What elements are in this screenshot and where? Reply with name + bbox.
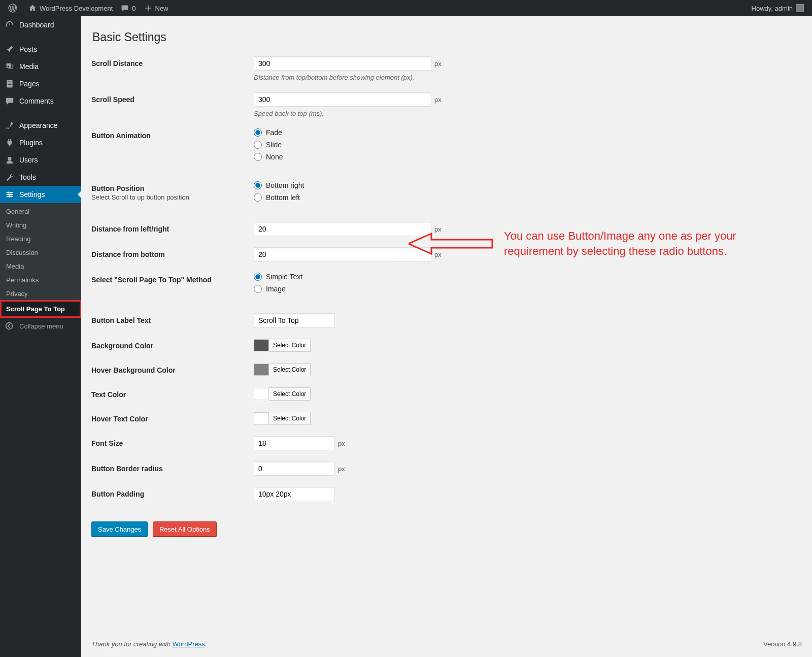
collapse-icon — [5, 322, 15, 330]
select-color-bg[interactable]: Select Color — [269, 339, 311, 352]
radio-animation-slide[interactable]: Slide — [254, 141, 802, 149]
sidebar-item-label: Media — [19, 62, 39, 71]
sub-item-reading[interactable]: Reading — [0, 232, 81, 246]
unit: px — [434, 96, 442, 104]
sidebar-item-label: Settings — [19, 190, 45, 199]
input-font-size[interactable] — [254, 436, 335, 450]
svg-rect-11 — [9, 195, 10, 198]
input-button-padding[interactable] — [254, 487, 335, 501]
svg-rect-1 — [7, 80, 13, 87]
user-icon — [5, 155, 15, 165]
settings-submenu: General Writing Reading Discussion Media… — [0, 203, 81, 318]
unit: px — [338, 440, 345, 447]
radio-input[interactable] — [254, 141, 262, 149]
unit: px — [434, 251, 442, 258]
select-color-text[interactable]: Select Color — [269, 387, 311, 401]
svg-point-12 — [6, 323, 13, 330]
input-scroll-speed[interactable] — [254, 92, 431, 107]
footer-version: Version 4.9.8 — [763, 640, 802, 648]
account-menu[interactable]: Howdy, admin — [748, 0, 808, 16]
comment-icon — [5, 96, 15, 106]
sub-item-general[interactable]: General — [0, 205, 81, 218]
radio-label: None — [266, 153, 283, 161]
label-text-color: Text Color — [91, 387, 254, 399]
input-button-label-text[interactable] — [254, 313, 335, 327]
radio-position-bottom-right[interactable]: Bottom right — [254, 181, 802, 189]
select-color-hover-text[interactable]: Select Color — [269, 412, 311, 425]
sidebar-item-label: Pages — [19, 80, 40, 88]
label-button-padding: Button Padding — [91, 487, 254, 498]
plus-icon — [144, 4, 152, 12]
plug-icon — [5, 138, 15, 147]
label-method: Select "Scroll Page To Top" Method — [91, 273, 254, 284]
sub-item-permalinks[interactable]: Permalinks — [0, 273, 81, 287]
sub-item-writing[interactable]: Writing — [0, 218, 81, 232]
admin-bar-right: Howdy, admin — [748, 0, 808, 16]
select-color-hover-bg[interactable]: Select Color — [269, 363, 311, 376]
radio-input[interactable] — [254, 128, 262, 137]
radio-animation-fade[interactable]: Fade — [254, 128, 802, 137]
site-name-label: WordPress Development — [40, 5, 113, 12]
radio-animation-none[interactable]: None — [254, 153, 802, 161]
sidebar-item-comments[interactable]: Comments — [0, 92, 81, 110]
radio-input[interactable] — [254, 273, 262, 281]
radio-input[interactable] — [254, 181, 262, 189]
radio-label: Image — [266, 285, 286, 293]
radio-input[interactable] — [254, 193, 262, 202]
media-icon — [5, 62, 15, 71]
sub-item-discussion[interactable]: Discussion — [0, 246, 81, 259]
sidebar-item-label: Appearance — [19, 121, 58, 129]
svg-rect-7 — [7, 194, 13, 195]
sidebar-item-tools[interactable]: Tools — [0, 169, 81, 186]
input-scroll-distance[interactable] — [254, 56, 431, 71]
howdy-label: Howdy, admin — [752, 5, 793, 12]
comments-count: 0 — [132, 5, 136, 12]
radio-method-image[interactable]: Image — [254, 285, 802, 293]
input-distance-lr[interactable] — [254, 222, 431, 236]
sub-item-media[interactable]: Media — [0, 259, 81, 273]
wrench-icon — [5, 173, 15, 182]
sidebar-item-users[interactable]: Users — [0, 151, 81, 169]
desc-scroll-distance: Distance from top/bottom before showing … — [254, 74, 802, 81]
radio-method-simple-text[interactable]: Simple Text — [254, 273, 802, 281]
collapse-menu[interactable]: Collapse menu — [0, 318, 81, 334]
brush-icon — [5, 121, 15, 130]
radio-label: Simple Text — [266, 273, 302, 281]
sub-item-scroll-page-to-top[interactable]: Scroll Page To Top — [0, 300, 81, 318]
wp-logo-menu[interactable] — [4, 0, 24, 16]
radio-position-bottom-left[interactable]: Bottom left — [254, 193, 802, 202]
radio-input[interactable] — [254, 285, 262, 293]
sidebar-item-appearance[interactable]: Appearance — [0, 117, 81, 134]
site-name-menu[interactable]: WordPress Development — [24, 0, 117, 16]
input-border-radius[interactable] — [254, 462, 335, 476]
sidebar-item-media[interactable]: Media — [0, 58, 81, 75]
admin-footer: Thank you for creating with WordPress. V… — [91, 631, 802, 657]
sidebar-item-settings[interactable]: Settings — [0, 186, 81, 203]
wordpress-icon — [8, 4, 17, 13]
sidebar-item-plugins[interactable]: Plugins — [0, 134, 81, 151]
new-content-menu[interactable]: New — [140, 0, 173, 16]
svg-rect-9 — [8, 192, 9, 194]
sidebar-item-pages[interactable]: Pages — [0, 75, 81, 92]
sidebar-item-label: Dashboard — [19, 21, 54, 29]
save-button[interactable]: Save Changes — [91, 521, 148, 537]
comment-icon — [121, 4, 129, 12]
sub-item-privacy[interactable]: Privacy — [0, 287, 81, 301]
label-distance-bottom: Distance from bottom — [91, 247, 254, 258]
radio-input[interactable] — [254, 153, 262, 161]
input-distance-bottom[interactable] — [254, 247, 431, 261]
avatar — [796, 4, 804, 12]
sidebar-item-dashboard[interactable]: Dashboard — [0, 16, 81, 34]
radio-label: Fade — [266, 128, 282, 137]
settings-icon — [5, 190, 15, 199]
sidebar-item-posts[interactable]: Posts — [0, 41, 81, 58]
unit: px — [338, 465, 345, 473]
label-border-radius: Button Border radius — [91, 462, 254, 473]
unit: px — [434, 60, 442, 68]
collapse-label: Collapse menu — [19, 322, 63, 330]
wordpress-link[interactable]: WordPress — [173, 640, 205, 648]
svg-point-5 — [8, 157, 11, 160]
sidebar-item-label: Posts — [19, 45, 37, 53]
reset-button[interactable]: Reset All Options — [153, 521, 217, 537]
comments-menu[interactable]: 0 — [117, 0, 140, 16]
